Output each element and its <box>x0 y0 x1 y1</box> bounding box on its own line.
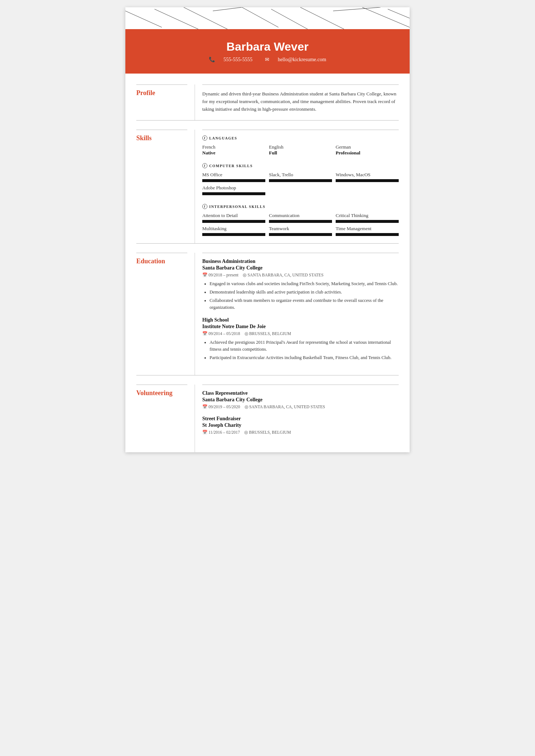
vol-location-icon-2: ◎ BRUSSELS, BELGIUM <box>244 430 291 435</box>
edu-entry-1: Business Administration Santa Barbara Ci… <box>202 259 399 311</box>
candidate-name: Barbara Wever <box>140 40 395 54</box>
vol-entry-1: Class Representative Santa Barbara City … <box>202 390 399 409</box>
profile-description: Dynamic and driven third-year Business A… <box>202 90 399 113</box>
edu-bullet-2-2: Participated in Extracurricular Activiti… <box>210 354 399 361</box>
profile-label: Profile <box>136 89 187 97</box>
skills-left: Skills <box>125 130 195 243</box>
skill-windows-macos: Windows, MacOS <box>336 172 399 182</box>
education-label: Education <box>136 257 187 265</box>
edu-calendar-icon-1: 📅 09/2018 – present <box>202 272 238 277</box>
phone-icon: 📞 <box>209 57 215 62</box>
skill-time-management: Time Management <box>336 226 399 236</box>
contact-info: 📞 555-555-5555 ✉ hello@kickresume.com <box>140 56 395 63</box>
skill-communication: Communication <box>269 213 332 223</box>
languages-info-icon: i <box>202 135 207 141</box>
svg-line-8 <box>362 7 410 27</box>
skills-label: Skills <box>136 134 187 142</box>
skill-attention: Attention to Detail <box>202 213 265 223</box>
computer-skills-heading: i COMPUTER SKILLS <box>202 163 399 168</box>
vol-calendar-icon-2: 📅 11/2016 – 02/2017 <box>202 430 240 435</box>
edu-meta-1: 📅 09/2018 – present ◎ SANTA BARBARA, CA,… <box>202 272 399 277</box>
vol-org-2: St Joseph Charity <box>202 422 399 428</box>
interpersonal-info-icon: i <box>202 204 207 209</box>
edu-bullet-2-1: Achieved the prestigious 2011 Principal'… <box>210 339 399 353</box>
education-right: Business Administration Santa Barbara Ci… <box>195 253 410 375</box>
computer-info-icon: i <box>202 163 207 168</box>
edu-meta-2: 📅 09/2014 – 05/2018 ◎ BRUSSELS, BELGIUM <box>202 331 399 336</box>
skills-right: i LANGUAGES French Native English Full G… <box>195 130 410 243</box>
edu-bullet-1-2: Demonstrated leadership skills and activ… <box>210 289 399 296</box>
edu-calendar-icon-2: 📅 09/2014 – 05/2018 <box>202 331 240 336</box>
resume-page: Barbara Wever 📞 555-555-5555 ✉ hello@kic… <box>125 7 410 452</box>
interpersonal-skills-heading: i INTERPERSONAL SKILLS <box>202 204 399 209</box>
skill-teamwork: Teamwork <box>269 226 332 236</box>
vol-title-1: Class Representative <box>202 390 399 396</box>
edu-bullets-2: Achieved the prestigious 2011 Principal'… <box>210 339 399 361</box>
lang-german: German Professional <box>336 144 399 156</box>
edu-location-icon-1: ◎ SANTA BARBARA, CA, UNITED STATES <box>243 272 323 277</box>
education-section: Education Business Administration Santa … <box>125 244 410 375</box>
email-icon: ✉ <box>265 57 269 62</box>
header: Barbara Wever 📞 555-555-5555 ✉ hello@kic… <box>125 29 410 74</box>
edu-school-1: Santa Barbara City College <box>202 265 399 271</box>
languages-grid: French Native English Full German Profes… <box>202 144 399 156</box>
profile-text: Dynamic and driven third-year Business A… <box>195 84 410 120</box>
vol-org-1: Santa Barbara City College <box>202 397 399 403</box>
edu-degree-1: Business Administration <box>202 259 399 264</box>
vol-meta-1: 📅 09/2019 – 05/2020 ◎ SANTA BARBARA, CA,… <box>202 404 399 409</box>
phone-number: 555-555-5555 <box>223 57 252 62</box>
vol-title-2: Street Fundraiser <box>202 416 399 422</box>
svg-line-3 <box>213 7 242 11</box>
top-decoration <box>125 7 410 29</box>
languages-heading: i LANGUAGES <box>202 135 399 141</box>
vol-location-icon-1: ◎ SANTA BARBARA, CA, UNITED STATES <box>245 404 325 409</box>
profile-left: Profile <box>125 84 195 120</box>
svg-line-0 <box>125 11 162 27</box>
edu-entry-2: High School Institute Notre Dame De Joie… <box>202 317 399 361</box>
skill-critical-thinking: Critical Thinking <box>336 213 399 223</box>
skills-section: Skills i LANGUAGES French Native English… <box>125 121 410 243</box>
edu-bullets-1: Engaged in various clubs and societies i… <box>210 280 399 311</box>
volunteer-right: Class Representative Santa Barbara City … <box>195 385 410 452</box>
volunteer-left: Volunteering <box>125 385 195 452</box>
education-left: Education <box>125 253 195 375</box>
volunteering-label: Volunteering <box>136 389 187 397</box>
skill-ms-office: MS Office <box>202 172 265 182</box>
skill-adobe-photoshop: Adobe Photoshop <box>202 185 265 195</box>
edu-location-icon-2: ◎ BRUSSELS, BELGIUM <box>245 331 291 336</box>
vol-meta-2: 📅 11/2016 – 02/2017 ◎ BRUSSELS, BELGIUM <box>202 430 399 435</box>
edu-bullet-1-3: Collaborated with team members to organi… <box>210 297 399 311</box>
skill-slack-trello: Slack, Trello <box>269 172 332 182</box>
profile-section: Profile Dynamic and driven third-year Bu… <box>125 74 410 120</box>
lang-french: French Native <box>202 144 265 156</box>
svg-line-2 <box>184 7 227 29</box>
svg-line-1 <box>155 9 198 29</box>
interpersonal-grid: Attention to Detail Communication Critic… <box>202 213 399 236</box>
vol-calendar-icon-1: 📅 09/2019 – 05/2020 <box>202 404 240 409</box>
email-address: hello@kickresume.com <box>278 57 326 62</box>
lang-english: English Full <box>269 144 332 156</box>
skill-multitasking: Multitasking <box>202 226 265 236</box>
volunteering-section: Volunteering Class Representative Santa … <box>125 375 410 452</box>
edu-degree-2: High School <box>202 317 399 323</box>
edu-school-2: Institute Notre Dame De Joie <box>202 324 399 330</box>
svg-line-9 <box>388 9 410 18</box>
edu-bullet-1-1: Engaged in various clubs and societies i… <box>210 280 399 287</box>
vol-entry-2: Street Fundraiser St Joseph Charity 📅 11… <box>202 416 399 435</box>
computer-skills-grid: MS Office Slack, Trello Windows, MacOS <box>202 172 399 195</box>
svg-line-7 <box>333 7 380 11</box>
